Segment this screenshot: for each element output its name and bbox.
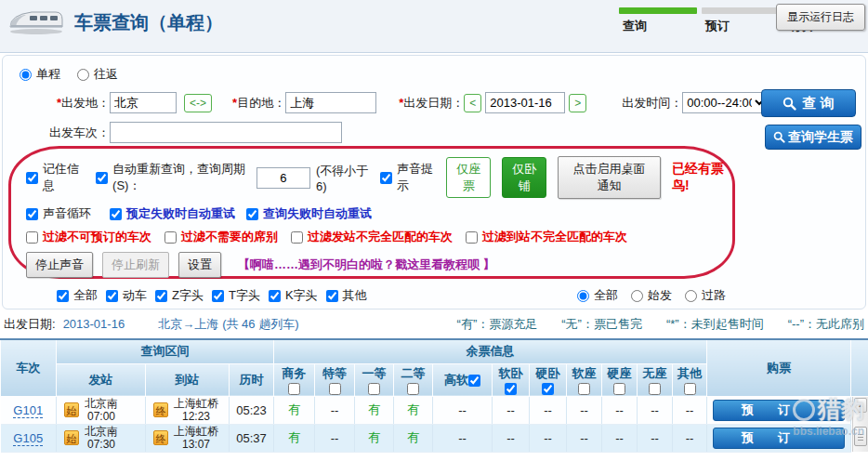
filter-arrive-mismatch-checkbox[interactable]: 过滤到站不完全匹配的车次 — [466, 229, 627, 245]
options-row-2: 声音循环 预定失败时自动重试 查询失败时自动重试 — [26, 205, 732, 222]
remember-checkbox-input[interactable] — [26, 172, 38, 184]
seat-cell: -- — [602, 424, 638, 452]
col-header-other-seat: 其他 — [673, 363, 707, 396]
soft-sleeper-checkbox[interactable] — [505, 383, 517, 395]
sound-checkbox-input[interactable] — [380, 172, 392, 184]
swap-stations-button[interactable]: <-> — [184, 94, 212, 112]
type-all-checkbox[interactable]: 全部 — [57, 287, 98, 304]
tutorial-link[interactable]: 【啊喵……遇到不明白的啦？戳这里看教程呗 】 — [238, 257, 495, 273]
type-z-checkbox[interactable]: Z字头 — [155, 287, 204, 304]
first-class-checkbox[interactable] — [368, 383, 380, 395]
book-button[interactable]: 预 订 — [713, 400, 845, 421]
filter-seat-class-input[interactable] — [164, 231, 177, 244]
origin-all-radio[interactable]: 全部 — [577, 287, 618, 304]
sound-loop-checkbox-input[interactable] — [26, 208, 38, 220]
options-box: 记住信息 自动重新查询，查询周期(S)： (不得小于6) 声音提示 仅座票 仅卧… — [8, 146, 735, 279]
book-button[interactable]: 预 订 — [713, 428, 845, 449]
type-k-input[interactable] — [269, 290, 281, 302]
business-class-checkbox[interactable] — [288, 383, 300, 395]
col-header-first: 一等 — [355, 363, 394, 396]
train-no-row: 出发车次： — [49, 122, 865, 143]
auto-requery-checkbox[interactable]: 自动重新查询，查询周期(S)： — [96, 161, 251, 194]
scrollbar-thumb[interactable] — [854, 427, 867, 446]
type-t-input[interactable] — [212, 290, 224, 302]
prev-date-button[interactable]: < — [464, 94, 481, 112]
type-k-checkbox[interactable]: K字头 — [269, 287, 318, 304]
origin-start-input[interactable] — [631, 290, 643, 302]
time-range-select[interactable]: 00:00--24:00 — [682, 92, 768, 113]
train-no-input[interactable] — [110, 122, 342, 143]
seat-cell: 有 — [355, 396, 394, 424]
filter-depart-mismatch-checkbox[interactable]: 过滤发站不完全匹配的车次 — [291, 229, 453, 245]
next-date-button[interactable]: > — [569, 94, 586, 112]
one-way-radio[interactable]: 单程 — [20, 66, 60, 83]
premier-class-checkbox[interactable] — [329, 383, 341, 395]
desktop-notify-button[interactable]: 点击启用桌面通知 — [558, 156, 661, 199]
one-way-radio-input[interactable] — [20, 69, 32, 81]
stop-sound-button[interactable]: 停止声音 — [26, 252, 93, 278]
remember-checkbox[interactable]: 记住信息 — [26, 161, 83, 194]
hard-sleeper-checkbox[interactable] — [542, 383, 554, 395]
scroll-up-arrow-icon[interactable]: ▲ — [854, 398, 867, 413]
deluxe-soft-checkbox[interactable] — [468, 375, 480, 387]
seat-only-button[interactable]: 仅座票 — [446, 157, 491, 198]
settings-button[interactable]: 设置 — [178, 252, 221, 278]
type-d-input[interactable] — [106, 290, 118, 302]
type-t-checkbox[interactable]: T字头 — [212, 287, 260, 304]
date-label: *出发日期： — [399, 95, 464, 112]
query-student-button[interactable]: 查询学生票 — [765, 125, 861, 150]
type-all-input[interactable] — [57, 290, 69, 302]
type-d-checkbox[interactable]: 动车 — [106, 287, 147, 304]
from-label: *出发地： — [57, 95, 110, 112]
hard-seat-checkbox[interactable] — [613, 383, 625, 395]
round-trip-radio-input[interactable] — [77, 69, 89, 81]
retry-book-checkbox[interactable]: 预定失败时自动重试 — [110, 205, 235, 222]
origin-start-radio[interactable]: 始发 — [631, 287, 672, 304]
to-input[interactable] — [285, 92, 376, 113]
seat-cell: -- — [530, 396, 567, 424]
origin-all-input[interactable] — [577, 290, 589, 302]
round-trip-radio[interactable]: 往返 — [77, 66, 118, 83]
type-other-checkbox[interactable]: 其他 — [326, 287, 367, 304]
other-seat-checkbox[interactable] — [684, 383, 696, 395]
seat-cell: 有 — [274, 424, 315, 452]
seat-cell: 有 — [394, 424, 433, 452]
stop-refresh-button[interactable]: 停止刷新 — [102, 252, 169, 278]
second-class-checkbox[interactable] — [407, 383, 419, 395]
retry-query-checkbox[interactable]: 查询失败时自动重试 — [246, 205, 372, 222]
filter-unbookable-checkbox[interactable]: 过滤不可预订的车次 — [26, 229, 151, 245]
train-code-link[interactable]: G101 — [13, 403, 43, 418]
col-header-hard-sleeper: 硬卧 — [530, 363, 567, 396]
retry-query-checkbox-input[interactable] — [246, 208, 258, 220]
route-date-row: *出发地： <-> *目的地： *出发日期： < > 出发时间： 00:00--… — [57, 92, 865, 113]
date-input[interactable] — [485, 92, 565, 113]
period-hint: (不得小于6) — [316, 163, 371, 193]
filter-unbookable-input[interactable] — [26, 231, 38, 244]
seat-cell: -- — [602, 396, 638, 424]
period-input[interactable] — [256, 167, 310, 189]
soft-seat-checkbox[interactable] — [578, 383, 590, 395]
origin-pass-input[interactable] — [685, 290, 697, 302]
filter-depart-mismatch-input[interactable] — [291, 231, 303, 244]
status-date-value: 2013-01-16 — [63, 317, 125, 331]
vertical-scrollbar[interactable]: ▲ — [852, 397, 868, 453]
sleeper-only-button[interactable]: 仅卧铺 — [502, 157, 546, 198]
seat-cell: -- — [638, 424, 673, 452]
origin-pass-radio[interactable]: 过路 — [685, 287, 726, 304]
col-header-soft-sleeper: 软卧 — [493, 363, 530, 396]
from-input[interactable] — [110, 92, 177, 113]
query-button[interactable]: 查 询 — [761, 89, 856, 117]
sound-loop-checkbox[interactable]: 声音循环 — [26, 205, 91, 222]
retry-book-checkbox-input[interactable] — [110, 208, 122, 220]
type-z-input[interactable] — [155, 290, 167, 302]
type-other-input[interactable] — [326, 290, 338, 302]
search-icon — [773, 131, 785, 143]
col-group-interval: 查询区间 — [57, 339, 274, 363]
filter-arrive-mismatch-input[interactable] — [466, 231, 478, 244]
auto-requery-checkbox-input[interactable] — [96, 172, 108, 184]
no-seat-checkbox[interactable] — [649, 383, 661, 395]
sound-checkbox[interactable]: 声音提示 — [380, 161, 437, 194]
filter-seat-class-checkbox[interactable]: 过滤不需要的席别 — [164, 229, 278, 245]
train-code-link[interactable]: G105 — [13, 431, 43, 446]
show-log-button[interactable]: 显示运行日志 — [776, 4, 865, 31]
